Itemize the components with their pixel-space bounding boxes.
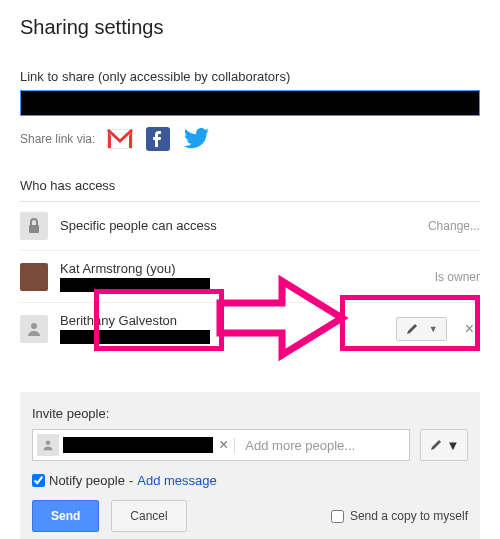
svg-rect-2 <box>29 225 39 233</box>
pencil-icon <box>405 322 419 336</box>
user-row-owner: Kat Armstrong (you) Is owner <box>20 251 480 303</box>
facebook-icon[interactable] <box>145 126 171 152</box>
twitter-icon[interactable] <box>183 126 209 152</box>
link-share-input[interactable] <box>20 90 480 116</box>
cancel-button[interactable]: Cancel <box>111 500 186 532</box>
remove-chip-button[interactable]: × <box>213 436 234 454</box>
page-title: Sharing settings <box>20 16 480 39</box>
add-more-placeholder[interactable]: Add more people... <box>234 438 409 453</box>
add-message-link[interactable]: Add message <box>137 473 217 488</box>
person-icon <box>37 434 59 456</box>
svg-point-4 <box>46 441 51 446</box>
change-access-link[interactable]: Change... <box>390 219 480 233</box>
user-row-collab: Berithany Galveston ▼ × <box>20 303 480 366</box>
user-role: Is owner <box>390 270 480 284</box>
avatar <box>20 315 48 343</box>
invite-people-input[interactable]: × Add more people... <box>32 429 410 461</box>
notify-people-label: Notify people <box>49 473 125 488</box>
invite-label: Invite people: <box>32 406 468 421</box>
user-email-redacted <box>60 330 210 344</box>
access-scope-row: Specific people can access Change... <box>20 202 480 251</box>
send-copy-label: Send a copy to myself <box>350 509 468 523</box>
chevron-down-icon: ▼ <box>429 324 438 334</box>
invite-panel: Invite people: × Add more people... ▼ No… <box>20 392 480 539</box>
chevron-down-icon: ▼ <box>447 438 460 453</box>
avatar <box>20 263 48 291</box>
user-email-redacted <box>60 278 210 292</box>
user-name: Kat Armstrong (you) <box>60 261 378 276</box>
share-via-label: Share link via: <box>20 132 95 146</box>
send-copy-checkbox[interactable] <box>331 510 344 523</box>
access-scope-label: Specific people can access <box>60 218 378 233</box>
invite-permission-dropdown[interactable]: ▼ <box>420 429 468 461</box>
invite-chip-name-redacted <box>63 437 213 453</box>
link-share-label: Link to share (only accessible by collab… <box>20 69 480 84</box>
lock-icon <box>20 212 48 240</box>
send-button[interactable]: Send <box>32 500 99 532</box>
user-name: Berithany Galveston <box>60 313 384 328</box>
permission-dropdown[interactable]: ▼ <box>396 317 447 341</box>
who-has-access-title: Who has access <box>20 178 480 202</box>
gmail-icon[interactable] <box>107 126 133 152</box>
notify-people-checkbox[interactable] <box>32 474 45 487</box>
remove-user-button[interactable]: × <box>459 316 480 342</box>
svg-point-3 <box>31 323 37 329</box>
pencil-icon <box>429 438 443 452</box>
